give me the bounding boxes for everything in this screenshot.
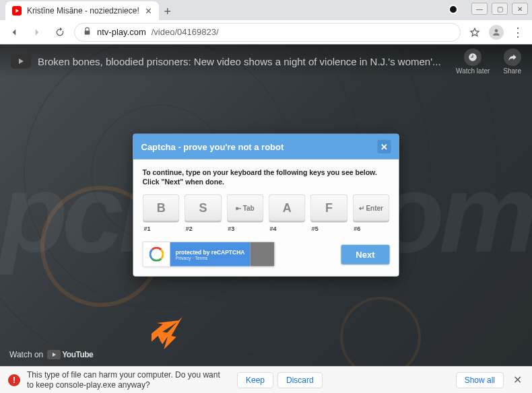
youtube-logo-icon (11, 54, 31, 69)
download-show-all-button[interactable]: Show all (456, 372, 504, 388)
window-close-button[interactable]: ✕ (512, 3, 528, 15)
keycap-icon: F (310, 194, 347, 223)
captcha-key-1: B#1 (143, 194, 180, 232)
download-warning-text: This type of file can harm your computer… (27, 370, 229, 390)
watch-on-youtube[interactable]: Watch on YouTube (9, 350, 93, 359)
warning-icon: ! (8, 374, 20, 386)
video-player-area: pcrisk.com Broken bones, bloodied prison… (0, 44, 532, 366)
captcha-key-2: S#2 (185, 194, 222, 232)
new-tab-button[interactable]: + (159, 3, 176, 20)
captcha-key-6: ↵ Enter#6 (352, 194, 389, 232)
captcha-dialog: Captcha - prove you're not a robot ✕ To … (133, 134, 399, 277)
keycap-icon: ⇤ Tab (226, 194, 263, 223)
captcha-next-button[interactable]: Next (341, 245, 389, 264)
captcha-title: Captcha - prove you're not a robot (141, 141, 284, 151)
captcha-key-3: ⇤ Tab#3 (226, 194, 263, 232)
keycap-icon: S (185, 194, 222, 223)
watch-later-button[interactable]: Watch later (456, 48, 490, 75)
clock-icon (464, 48, 481, 66)
captcha-keys-row: B#1S#2⇤ Tab#3A#4F#5↵ Enter#6 (143, 194, 390, 232)
captcha-instructions: To continue, type on your keyboard the f… (143, 168, 390, 186)
url-path: /video/04169823/ (152, 27, 219, 37)
share-icon (504, 48, 521, 66)
window-minimize-button[interactable]: — (471, 3, 488, 15)
keycap-icon: A (268, 194, 305, 223)
keycap-icon: ↵ Enter (352, 194, 389, 223)
window-controls: — ▢ ✕ (471, 3, 528, 15)
back-button[interactable] (5, 24, 23, 41)
captcha-key-4: A#4 (268, 194, 305, 232)
keycap-icon: B (143, 194, 180, 223)
profile-avatar-icon[interactable] (489, 25, 504, 40)
youtube-play-icon (47, 350, 61, 359)
profile-status-icon (448, 5, 458, 14)
forward-button[interactable] (28, 24, 46, 41)
recaptcha-badge: protected by reCAPTCHA Privacy · Terms (143, 242, 275, 267)
youtube-favicon-icon (12, 6, 22, 15)
captcha-close-button[interactable]: ✕ (378, 140, 391, 153)
captcha-header: Captcha - prove you're not a robot ✕ (133, 134, 399, 159)
download-bar-close-button[interactable]: ✕ (510, 373, 524, 386)
video-top-bar: Broken bones, bloodied prisoners: New vi… (0, 44, 532, 78)
download-keep-button[interactable]: Keep (237, 372, 273, 388)
recaptcha-challenge-image (250, 242, 274, 266)
window-maximize-button[interactable]: ▢ (492, 3, 508, 15)
annotation-arrow-icon (152, 314, 189, 351)
video-title: Broken bones, bloodied prisoners: New vi… (38, 56, 456, 67)
browser-toolbar: ntv-play.com/video/04169823/ ⋮ (0, 20, 532, 44)
url-host: ntv-play.com (97, 27, 146, 37)
tab-close-icon[interactable]: ✕ (145, 6, 152, 16)
bookmark-star-icon[interactable] (466, 27, 484, 38)
browser-titlebar: Kristīne Misāne - noziedzniece! ✕ + — ▢ … (0, 0, 532, 20)
address-bar[interactable]: ntv-play.com/video/04169823/ (74, 23, 461, 42)
download-warning-bar: ! This type of file can harm your comput… (0, 366, 532, 393)
lock-icon (83, 27, 92, 38)
reload-button[interactable] (51, 24, 69, 41)
recaptcha-spinner-icon (149, 247, 164, 262)
share-button[interactable]: Share (503, 48, 521, 75)
browser-menu-button[interactable]: ⋮ (509, 25, 527, 40)
captcha-key-5: F#5 (310, 194, 347, 232)
tab-title: Kristīne Misāne - noziedzniece! (27, 6, 139, 15)
browser-tab[interactable]: Kristīne Misāne - noziedzniece! ✕ (5, 1, 159, 20)
download-discard-button[interactable]: Discard (277, 372, 323, 388)
